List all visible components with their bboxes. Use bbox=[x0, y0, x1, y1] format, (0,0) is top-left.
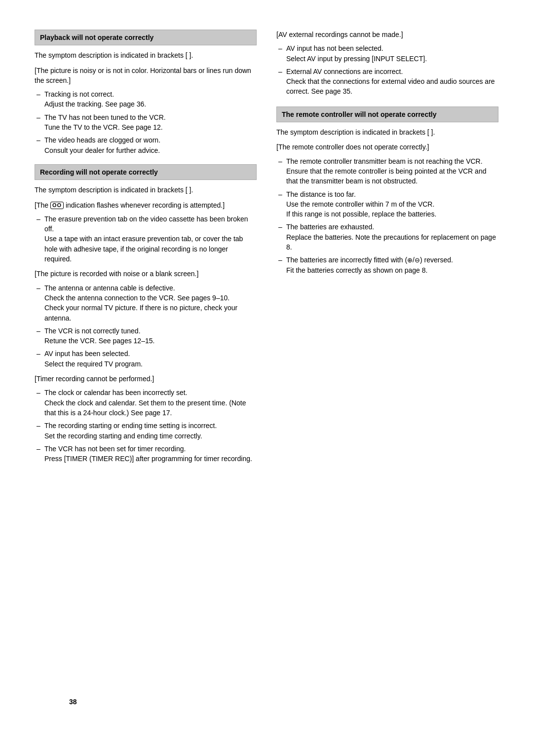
item-secondary: Press [TIMER (TIMER REC)] after programm… bbox=[44, 455, 252, 463]
item-primary: AV input has been selected. bbox=[44, 350, 130, 358]
list-item: AV input has been selected. Select the r… bbox=[35, 349, 257, 369]
item-secondary: Replace the batteries. Note the precauti… bbox=[286, 233, 496, 251]
list-item: The antenna or antenna cable is defectiv… bbox=[35, 283, 257, 323]
item-primary: Tracking is not correct. bbox=[44, 90, 114, 98]
av-bracket-label: [AV external recordings cannot be made.] bbox=[276, 30, 498, 39]
item-secondary: Fit the batteries correctly as shown on … bbox=[286, 266, 427, 274]
item-secondary: Consult your dealer for further advice. bbox=[44, 146, 160, 154]
page-layout: Playback will not operate correctly The … bbox=[35, 30, 498, 472]
recording-intro: The symptom description is indicated in … bbox=[35, 185, 257, 195]
item-primary: AV input has not been selected. bbox=[286, 44, 383, 52]
item-primary: The recording starting or ending time se… bbox=[44, 422, 217, 430]
item-primary: External AV connections are incorrect. bbox=[286, 68, 403, 75]
item-secondary: Select AV input by pressing [INPUT SELEC… bbox=[286, 55, 427, 63]
list-item: The clock or calendar has been incorrect… bbox=[35, 388, 257, 418]
item-primary: The distance is too far. bbox=[286, 190, 356, 198]
item-secondary: Check the antenna connection to the VCR.… bbox=[44, 294, 237, 322]
item-secondary: Use a tape with an intact erasure preven… bbox=[44, 235, 243, 263]
playback-intro: The symptom description is indicated in … bbox=[35, 50, 257, 60]
item-secondary: Set the recording starting and ending ti… bbox=[44, 432, 202, 440]
list-item: The batteries are exhausted. Replace the… bbox=[276, 222, 498, 252]
plus-icon: ⊕ bbox=[407, 256, 413, 264]
section-recording-header: Recording will not operate correctly bbox=[35, 164, 257, 180]
item-primary: The VCR has not been set for timer recor… bbox=[44, 445, 186, 453]
list-item: The recording starting or ending time se… bbox=[35, 421, 257, 441]
list-item: The video heads are clogged or worn. Con… bbox=[35, 135, 257, 155]
page-number: 38 bbox=[69, 697, 77, 707]
recording-bracket1-label: [The OO indication flashes whenever reco… bbox=[35, 200, 257, 210]
item-primary: The erasure prevention tab on the video … bbox=[44, 215, 248, 233]
playback-bracket1-list: Tracking is not correct. Adjust the trac… bbox=[35, 89, 257, 155]
list-item: The TV has not been tuned to the VCR. Tu… bbox=[35, 112, 257, 133]
playback-bracket1-label: [The picture is noisy or is not in color… bbox=[35, 66, 257, 86]
list-item: The remote controller transmitter beam i… bbox=[276, 156, 498, 186]
item-secondary: Use the remote controller within 7 m of … bbox=[286, 200, 436, 218]
list-item: The distance is too far. Use the remote … bbox=[276, 189, 498, 219]
recording-bracket3-label: [Timer recording cannot be performed.] bbox=[35, 374, 257, 384]
remote-bracket1-list: The remote controller transmitter beam i… bbox=[276, 156, 498, 276]
section-playback-header: Playback will not operate correctly bbox=[35, 30, 257, 45]
item-primary: The batteries are exhausted. bbox=[286, 223, 374, 231]
av-bracket-list: AV input has not been selected. Select A… bbox=[276, 43, 498, 96]
right-column: [AV external recordings cannot be made.]… bbox=[276, 30, 498, 472]
recording-bracket3-list: The clock or calendar has been incorrect… bbox=[35, 388, 257, 464]
section-remote-header: The remote controller will not operate c… bbox=[276, 107, 498, 122]
item-primary: The TV has not been tuned to the VCR. bbox=[44, 113, 166, 121]
list-item: The erasure prevention tab on the video … bbox=[35, 214, 257, 264]
item-secondary: Check the clock and calendar. Set them t… bbox=[44, 399, 246, 417]
list-item: The batteries are incorrectly fitted wit… bbox=[276, 255, 498, 275]
item-secondary: Select the required TV program. bbox=[44, 360, 143, 368]
section-remote: The remote controller will not operate c… bbox=[276, 107, 498, 276]
list-item: External AV connections are incorrect. C… bbox=[276, 67, 498, 97]
list-item: Tracking is not correct. Adjust the trac… bbox=[35, 89, 257, 109]
list-item: The VCR is not correctly tuned. Retune t… bbox=[35, 326, 257, 346]
item-secondary: Tune the TV to the VCR. See page 12. bbox=[44, 123, 163, 131]
item-primary: The batteries are incorrectly fitted wit… bbox=[286, 256, 453, 264]
item-secondary: Check that the connections for external … bbox=[286, 77, 495, 95]
item-primary: The antenna or antenna cable is defectiv… bbox=[44, 284, 175, 292]
item-secondary: Retune the VCR. See pages 12–15. bbox=[44, 337, 154, 345]
list-item: The VCR has not been set for timer recor… bbox=[35, 444, 257, 464]
minus-icon: ⊖ bbox=[415, 256, 420, 264]
section-playback: Playback will not operate correctly The … bbox=[35, 30, 257, 155]
item-primary: The remote controller transmitter beam i… bbox=[286, 157, 483, 165]
oo-icon: OO bbox=[50, 202, 64, 209]
item-primary: The VCR is not correctly tuned. bbox=[44, 327, 141, 335]
list-item: AV input has not been selected. Select A… bbox=[276, 43, 498, 64]
remote-bracket1-label: [The remote controller does not operate … bbox=[276, 142, 498, 152]
item-primary: The clock or calendar has been incorrect… bbox=[44, 389, 187, 396]
remote-intro: The symptom description is indicated in … bbox=[276, 127, 498, 137]
recording-bracket2-label: [The picture is recorded with noise or a… bbox=[35, 269, 257, 279]
section-recording: Recording will not operate correctly The… bbox=[35, 164, 257, 464]
recording-bracket1-list: The erasure prevention tab on the video … bbox=[35, 214, 257, 264]
item-secondary: Ensure that the remote controller is bei… bbox=[286, 167, 486, 185]
item-primary: The video heads are clogged or worn. bbox=[44, 136, 160, 144]
item-secondary: Adjust the tracking. See page 36. bbox=[44, 100, 146, 108]
section-av-external: [AV external recordings cannot be made.]… bbox=[276, 30, 498, 97]
left-column: Playback will not operate correctly The … bbox=[35, 30, 257, 472]
recording-bracket2-list: The antenna or antenna cable is defectiv… bbox=[35, 283, 257, 369]
